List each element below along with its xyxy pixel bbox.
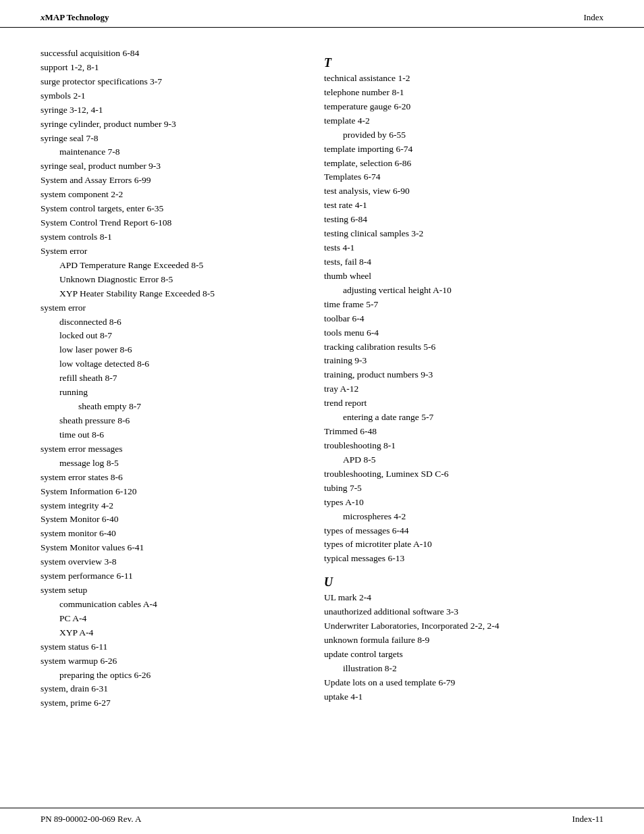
list-item: microspheres 4-2 (324, 510, 603, 524)
list-item: time out 8-6 (41, 428, 304, 442)
list-item: Unknown Diagnostic Error 8-5 (41, 273, 304, 287)
list-item: test analysis, view 6-90 (324, 184, 603, 199)
list-item: time frame 5-7 (324, 298, 603, 312)
list-item: test rate 4-1 (324, 199, 603, 213)
page-footer: PN 89-00002-00-069 Rev. A Index-11 (0, 808, 644, 834)
list-item: system warmup 6-26 (41, 654, 304, 669)
list-item: tools menu 6-4 (324, 326, 603, 340)
list-item: trend report (324, 396, 603, 411)
page: xMAP Technology Index successful acquisi… (0, 0, 644, 834)
list-item: update control targets (324, 648, 603, 662)
list-item: illustration 8-2 (324, 662, 603, 676)
list-item: Templates 6-74 (324, 170, 603, 184)
list-item: uptake 4-1 (324, 690, 603, 704)
list-item: Underwriter Laboratories, Incorporated 2… (324, 619, 603, 633)
list-item: testing clinical samples 3-2 (324, 227, 603, 241)
list-item: System Information 6-120 (41, 485, 304, 499)
list-item: template importing 6-74 (324, 142, 603, 157)
list-item: system, drain 6-31 (41, 682, 304, 696)
list-item: system error (41, 301, 304, 315)
list-item: syringe cylinder, product number 9-3 (41, 118, 304, 132)
list-item: tubing 7-5 (324, 481, 603, 496)
list-item: syringe seal 7-8 (41, 132, 304, 146)
list-item: surge protector specifications 3-7 (41, 75, 304, 89)
list-item: System control targets, enter 6-35 (41, 202, 304, 216)
list-item: typical messages 6-13 (324, 552, 603, 566)
list-item: unauthorized additional software 3-3 (324, 605, 603, 619)
list-item: symbols 2-1 (41, 89, 304, 103)
list-item: support 1-2, 8-1 (41, 61, 304, 75)
list-item: tests, fail 8-4 (324, 255, 603, 269)
list-item: APD 8-5 (324, 453, 603, 467)
list-item: System error (41, 244, 304, 259)
list-item: successful acquisition 6-84 (41, 47, 304, 61)
list-item: template, selection 6-86 (324, 157, 603, 171)
list-item: running (41, 386, 304, 400)
list-item: low voltage detected 8-6 (41, 357, 304, 371)
list-item: maintenance 7-8 (41, 145, 304, 159)
list-item: XYP Heater Stability Range Exceeded 8-5 (41, 287, 304, 301)
page-header: xMAP Technology Index (0, 0, 644, 28)
list-item: entering a date range 5-7 (324, 411, 603, 425)
header-title-right: Index (583, 12, 603, 23)
list-item: troubleshooting 8-1 (324, 439, 603, 453)
list-item: training, product numbers 9-3 (324, 368, 603, 382)
list-item: preparing the optics 6-26 (41, 669, 304, 683)
list-item: syringe seal, product number 9-3 (41, 159, 304, 174)
list-item: template 4-2 (324, 114, 603, 128)
header-map: MAP Technology (45, 12, 109, 22)
list-item: message log 8-5 (41, 457, 304, 471)
list-item: system performance 6-11 (41, 569, 304, 583)
list-item: low laser power 8-6 (41, 343, 304, 357)
list-item: System and Assay Errors 6-99 (41, 174, 304, 188)
list-item: testing 6-84 (324, 213, 603, 227)
list-item: System Control Trend Report 6-108 (41, 216, 304, 230)
list-item: locked out 8-7 (41, 329, 304, 343)
list-item: temperature gauge 6-20 (324, 100, 603, 114)
list-item: system overview 3-8 (41, 555, 304, 569)
list-item: system integrity 4-2 (41, 499, 304, 513)
list-item: syringe 3-12, 4-1 (41, 103, 304, 118)
list-item: tracking calibration results 5-6 (324, 340, 603, 355)
list-item: system error messages (41, 442, 304, 457)
list-item: toolbar 6-4 (324, 312, 603, 326)
main-content: successful acquisition 6-84support 1-2, … (0, 28, 644, 751)
right-column: Ttechnical assistance 1-2telephone numbe… (324, 47, 603, 710)
list-item: Update lots on a used template 6-79 (324, 676, 603, 690)
list-item: disconnected 8-6 (41, 315, 304, 330)
footer-pn: PN 89-00002-00-069 Rev. A (41, 814, 141, 825)
list-item: system component 2-2 (41, 188, 304, 202)
list-item: system setup (41, 583, 304, 598)
list-item: adjusting vertical height A-10 (324, 284, 603, 298)
list-item: system error states 8-6 (41, 471, 304, 485)
list-item: provided by 6-55 (324, 128, 603, 142)
section-t-label: T (324, 56, 603, 70)
list-item: refill sheath 8-7 (41, 371, 304, 386)
list-item: types A-10 (324, 496, 603, 510)
list-item: UL mark 2-4 (324, 591, 603, 605)
list-item: thumb wheel (324, 269, 603, 284)
list-item: communication cables A-4 (41, 598, 304, 612)
list-item: types of messages 6-44 (324, 524, 603, 538)
list-item: system monitor 6-40 (41, 527, 304, 541)
list-item: sheath empty 8-7 (41, 400, 304, 414)
section-u-label: U (324, 575, 603, 590)
list-item: Trimmed 6-48 (324, 425, 603, 439)
list-item: system controls 8-1 (41, 230, 304, 244)
list-item: System Monitor values 6-41 (41, 541, 304, 555)
list-item: troubleshooting, Luminex SD C-6 (324, 467, 603, 481)
list-item: sheath pressure 8-6 (41, 414, 304, 428)
list-item: technical assistance 1-2 (324, 72, 603, 86)
list-item: system, prime 6-27 (41, 696, 304, 710)
header-title-left: xMAP Technology (41, 12, 109, 23)
list-item: APD Temperature Range Exceeded 8-5 (41, 259, 304, 273)
list-item: PC A-4 (41, 612, 304, 626)
list-item: unknown formula failure 8-9 (324, 633, 603, 648)
list-item: types of microtiter plate A-10 (324, 538, 603, 552)
list-item: tray A-12 (324, 382, 603, 396)
left-column: successful acquisition 6-84support 1-2, … (41, 47, 304, 710)
list-item: telephone number 8-1 (324, 86, 603, 100)
footer-page: Index-11 (572, 814, 603, 825)
list-item: system status 6-11 (41, 640, 304, 654)
list-item: System Monitor 6-40 (41, 513, 304, 527)
